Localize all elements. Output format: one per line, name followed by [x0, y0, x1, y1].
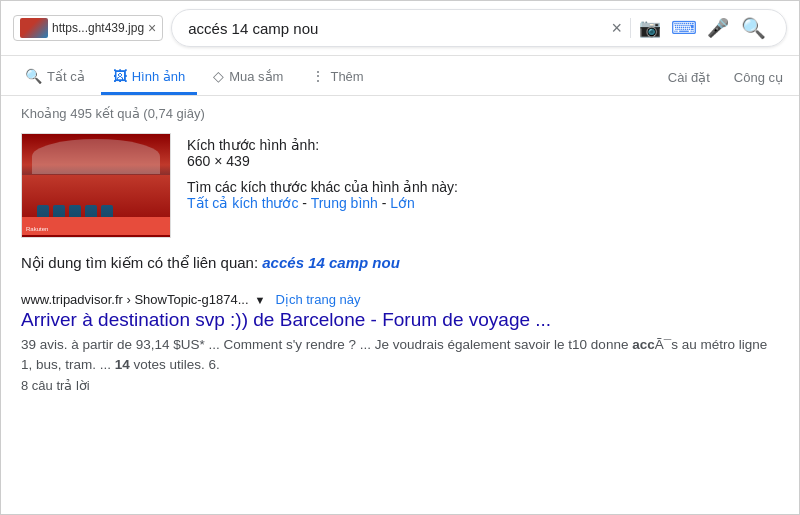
tab-images[interactable]: 🖼 Hình ảnh — [101, 60, 198, 95]
search-input[interactable] — [188, 20, 603, 37]
stadium-arch — [32, 139, 160, 174]
search-bar: × 📷 ⌨ 🎤 🔍 — [171, 9, 787, 47]
nav-tabs: 🔍 Tất cả 🖼 Hình ảnh ◇ Mua sắm ⋮ Thêm Cài… — [1, 56, 799, 96]
microphone-icon[interactable]: 🎤 — [707, 17, 729, 39]
keyboard-icon[interactable]: ⌨ — [671, 17, 697, 39]
image-visual: Rakuten — [22, 134, 170, 237]
camera-icon[interactable]: 📷 — [639, 17, 661, 39]
divider — [630, 18, 631, 38]
image-icon: 🖼 — [113, 68, 127, 84]
tab-all-label: Tất cả — [47, 69, 85, 84]
result-url-line: www.tripadvisor.fr › ShowTopic-g1874... … — [21, 292, 779, 307]
header: https...ght439.jpg × × 📷 ⌨ 🎤 🔍 — [1, 1, 799, 56]
more-icon: ⋮ — [311, 68, 325, 84]
separator-1: - — [302, 195, 310, 211]
tools-link[interactable]: Công cụ — [730, 62, 787, 93]
image-dimensions: 660 × 439 — [187, 153, 250, 169]
search-icons-group: 📷 ⌨ 🎤 — [639, 17, 729, 39]
image-size-label: Kích thước hình ảnh: 660 × 439 — [187, 137, 458, 169]
tab-shopping-label: Mua sắm — [229, 69, 283, 84]
tab-images-label: Hình ảnh — [132, 69, 186, 84]
tab-all[interactable]: 🔍 Tất cả — [13, 60, 97, 95]
nav-right-group: Cài đặt Công cụ — [664, 62, 787, 93]
related-prefix: Nội dung tìm kiếm có thể liên quan: — [21, 254, 258, 271]
tab-more[interactable]: ⋮ Thêm — [299, 60, 375, 95]
tab-label: https...ght439.jpg — [52, 21, 144, 35]
all-sizes-link[interactable]: Tất cả kích thước — [187, 195, 298, 211]
image-info-panel: Kích thước hình ảnh: 660 × 439 Tìm các k… — [187, 133, 458, 211]
shopping-icon: ◇ — [213, 68, 224, 84]
search-clear-button[interactable]: × — [611, 18, 622, 39]
tab-more-label: Thêm — [330, 69, 363, 84]
related-search-link[interactable]: accés 14 camp nou — [262, 254, 400, 271]
result-title-link[interactable]: Arriver à destination svp :)) de Barcelo… — [21, 309, 779, 331]
find-sizes-label: Tìm các kích thước khác của hình ảnh này… — [187, 179, 458, 195]
result-url-arrow[interactable]: ▼ — [255, 294, 266, 306]
result-snippet: 39 avis. à partir de 93,14 $US* ... Comm… — [21, 335, 779, 376]
medium-size-link[interactable]: Trung bình — [311, 195, 378, 211]
billboard-banner: Rakuten — [22, 217, 170, 235]
tab-close-button[interactable]: × — [148, 20, 156, 36]
settings-link[interactable]: Cài đặt — [664, 62, 714, 93]
search-button[interactable]: 🔍 — [737, 16, 770, 40]
related-search: Nội dung tìm kiếm có thể liên quan: accé… — [21, 254, 779, 272]
translate-link[interactable]: Dịch trang này — [276, 292, 361, 307]
browser-tab[interactable]: https...ght439.jpg × — [13, 15, 163, 41]
search-icon: 🔍 — [25, 68, 42, 84]
web-result-1: www.tripadvisor.fr › ShowTopic-g1874... … — [21, 292, 779, 393]
result-url-text: www.tripadvisor.fr › ShowTopic-g1874... — [21, 292, 249, 307]
tab-favicon — [20, 18, 48, 38]
result-image-thumbnail[interactable]: Rakuten — [21, 133, 171, 238]
answers-count: 8 câu trả lời — [21, 378, 779, 393]
main-content: Khoảng 495 kết quả (0,74 giây) Rakuten — [1, 96, 799, 403]
find-sizes-section: Tìm các kích thước khác của hình ảnh này… — [187, 179, 458, 211]
large-size-link[interactable]: Lớn — [390, 195, 415, 211]
image-result-block: Rakuten Kích thước hình ảnh: 660 × 439 T… — [21, 133, 779, 238]
tab-shopping[interactable]: ◇ Mua sắm — [201, 60, 295, 95]
billboard-text: Rakuten — [22, 224, 52, 234]
result-stats: Khoảng 495 kết quả (0,74 giây) — [21, 106, 779, 121]
